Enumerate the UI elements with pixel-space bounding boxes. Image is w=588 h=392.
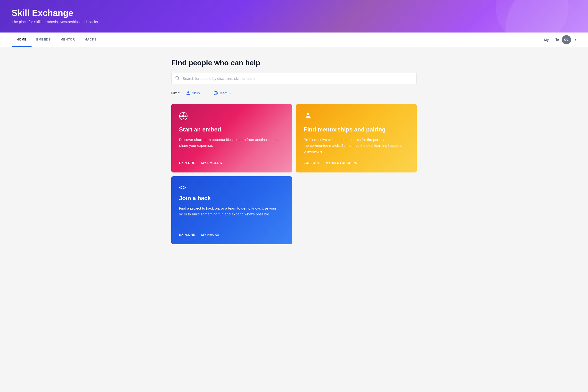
tab-embeds[interactable]: EMBEDS	[32, 32, 56, 47]
svg-line-1	[178, 79, 179, 80]
hero-title: Skill Exchange	[12, 8, 576, 18]
search-icon	[175, 76, 180, 81]
my-mentorships-button[interactable]: MY MENTORSHIPS	[326, 161, 357, 165]
svg-point-8	[183, 113, 184, 114]
skills-dropdown-icon	[201, 92, 205, 95]
search-input[interactable]	[171, 73, 417, 84]
avatar[interactable]: CC	[562, 35, 571, 44]
my-profile-label: My profile	[544, 38, 559, 42]
hack-card-actions: EXPLORE MY HACKS	[179, 233, 284, 236]
mentor-card: Find mentorships and pairing Problem-sol…	[296, 104, 417, 172]
profile-dropdown-arrow[interactable]: ▾	[575, 38, 576, 42]
embed-icon	[179, 112, 284, 122]
embed-card: Start an embed Discover short-term oppor…	[171, 104, 292, 172]
filters-bar: Filter: Skills Team	[171, 90, 417, 96]
nav-profile-area: My profile CC ▾	[544, 35, 576, 44]
embed-card-desc: Discover short-term opportunities to lea…	[179, 137, 284, 154]
hack-card: <> Join a hack Find a project to hack on…	[171, 176, 292, 244]
person-icon	[186, 91, 190, 95]
hack-card-title: Join a hack	[179, 195, 284, 202]
main-content: Find people who can help Filter: Skills …	[166, 47, 422, 256]
hack-card-desc: Find a project to hack on, or a team to …	[179, 206, 284, 226]
search-container	[171, 73, 417, 84]
svg-point-5	[182, 115, 184, 118]
team-dropdown-icon	[229, 92, 232, 95]
filter-label: Filter:	[171, 91, 180, 95]
hack-icon: <>	[179, 184, 284, 191]
explore-embed-button[interactable]: EXPLORE	[179, 161, 196, 165]
team-filter[interactable]: Team	[211, 90, 235, 96]
svg-point-6	[180, 116, 182, 117]
svg-point-9	[183, 118, 184, 119]
skills-filter[interactable]: Skills	[184, 90, 207, 96]
tab-home[interactable]: HOME	[12, 32, 32, 47]
nav-tabs: HOME EMBEDS MENTOR HACKS	[12, 32, 544, 47]
hero-subtitle: The place for Skills, Embeds, Mentorship…	[12, 20, 576, 24]
mentor-card-actions: EXPLORE MY MENTORSHIPS	[304, 161, 409, 165]
embed-card-title: Start an embed	[179, 126, 284, 133]
svg-point-10	[307, 113, 309, 115]
explore-mentor-button[interactable]: EXPLORE	[304, 161, 320, 165]
globe-icon	[214, 91, 218, 95]
embed-card-actions: EXPLORE MY EMBEDS	[179, 161, 284, 165]
tab-mentor[interactable]: MENTOR	[56, 32, 80, 47]
tab-hacks[interactable]: HACKS	[80, 32, 102, 47]
mentor-icon	[304, 112, 409, 122]
mentor-card-desc: Problem-solve with a pair or search for …	[304, 137, 409, 154]
explore-hack-button[interactable]: EXPLORE	[179, 233, 196, 236]
my-hacks-button[interactable]: MY HACKS	[201, 233, 220, 236]
my-embeds-button[interactable]: MY EMBEDS	[201, 161, 222, 165]
hero-banner: Skill Exchange The place for Skills, Emb…	[0, 0, 588, 32]
team-filter-label: Team	[219, 91, 228, 95]
skills-filter-label: Skills	[192, 91, 200, 95]
svg-point-7	[185, 116, 186, 117]
cards-grid: Start an embed Discover short-term oppor…	[171, 104, 417, 244]
mentor-card-title: Find mentorships and pairing	[304, 126, 409, 133]
section-title: Find people who can help	[171, 59, 417, 67]
nav-bar: HOME EMBEDS MENTOR HACKS My profile CC ▾	[0, 32, 588, 47]
